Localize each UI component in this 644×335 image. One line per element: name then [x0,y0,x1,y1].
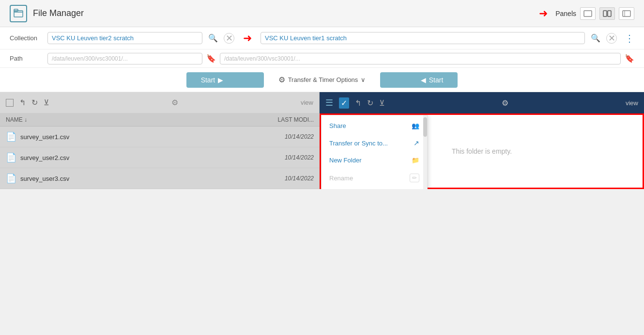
refresh-icon-right[interactable]: ↻ [367,98,373,108]
toolbars-row: ↰ ↻ ⊻ ⚙ view ☰ ✓ ↰ ↻ ⊻ ⚙ view [0,92,644,113]
file-name: survey_user1.csv [20,133,252,141]
filter-icon[interactable]: ⊻ [44,98,49,107]
share-label: Share [329,122,346,129]
collection-right-input[interactable] [261,32,585,44]
collection-right-menu[interactable]: ⋮ [625,32,634,44]
refresh-icon[interactable]: ↻ [31,98,38,107]
svg-rect-2 [584,11,592,16]
panels-label: Panels [555,10,576,17]
menu-scrollbar[interactable] [423,115,427,189]
col-name-header: NAME ↓ [6,116,256,123]
file-list-header: NAME ↓ LAST MODI... [0,113,320,127]
collection-label: Collection [10,34,44,42]
svg-rect-4 [608,11,611,16]
gear-icon-right[interactable]: ⚙ [502,98,508,108]
check-icon[interactable]: ✓ [339,97,349,109]
sliders-icon: ⚙ [278,75,285,84]
file-date: 10/14/2022 [256,154,314,161]
chevron-down-icon: ∨ [361,76,366,83]
transfer-label: Transfer or Sync to... [329,140,388,147]
view-label-left[interactable]: view [301,99,313,106]
rename-icon: ✏ [410,174,419,182]
menu-icon[interactable]: ☰ [325,97,333,108]
table-row[interactable]: 📄 survey_user1.csv 10/14/2022 [0,127,320,147]
single-panel-btn[interactable] [580,7,596,20]
transfer-row: Start ▶ ⚙ Transfer & Timer Options ∨ Sta… [0,68,644,92]
svg-rect-0 [14,11,23,17]
svg-rect-3 [603,11,607,16]
transfer-options-label: Transfer & Timer Options [288,76,358,83]
transfer-arrow: ➜ [243,32,252,45]
dual-panel-btn[interactable] [599,7,615,20]
start-left-label: Start [201,76,215,84]
file-icon: 📄 [6,131,16,142]
up-level-icon[interactable]: ↰ [19,98,26,107]
file-name: survey_user2.csv [20,154,252,161]
path-right-input[interactable] [220,53,621,64]
file-date: 10/14/2022 [256,175,314,182]
file-icon: 📄 [6,152,16,163]
path-label: Path [10,55,44,62]
collection-left-input[interactable] [47,32,202,44]
bookmark-left-icon[interactable]: 🔖 [206,54,216,63]
transfer-icon: ↗ [414,139,419,147]
table-row[interactable]: 📄 survey_user2.csv 10/14/2022 [0,147,320,168]
right-panel: Share 👥 Transfer or Sync to... ↗ New Fol… [320,113,644,189]
play-icon: ▶ [218,76,223,84]
file-icon: 📄 [6,173,16,184]
menu-item-delete: Delete Selected ✖ [322,187,427,189]
menu-item-transfer[interactable]: Transfer or Sync to... ↗ [322,134,427,152]
panels-controls: ➜ Panels [539,7,634,20]
wide-panel-btn[interactable] [619,7,634,20]
collection-right-close[interactable]: ✕ [606,33,617,44]
up-level-icon-right[interactable]: ↰ [355,98,361,108]
rename-label: Rename [329,175,353,182]
app-icon [10,5,27,22]
bookmark-right-icon[interactable]: 🔖 [625,54,634,63]
new-folder-label: New Folder [329,157,361,164]
svg-rect-5 [623,11,630,16]
filter-icon-right[interactable]: ⊻ [379,98,385,108]
menu-item-new-folder[interactable]: New Folder 📁 [322,152,427,169]
collection-right-search[interactable]: 🔍 [589,32,602,44]
start-left-btn[interactable]: Start ▶ [186,72,264,88]
col-modified-header: LAST MODI... [256,116,314,123]
app-header: File Manager ➜ Panels [0,0,644,27]
left-toolbar: ↰ ↻ ⊻ ⚙ view [0,92,320,113]
path-row: Path 🔖 🔖 [0,49,644,68]
right-toolbar: ☰ ✓ ↰ ↻ ⊻ ⚙ view [320,92,644,113]
gear-icon-left[interactable]: ⚙ [171,98,178,107]
collection-left-search[interactable]: 🔍 [206,32,220,44]
menu-item-rename: Rename ✏ [322,169,427,187]
new-folder-icon: 📁 [412,157,419,164]
collection-left-close[interactable]: ✕ [224,33,234,44]
table-row[interactable]: 📄 survey_user3.csv 10/14/2022 [0,168,320,189]
start-right-btn[interactable]: Start ◀ [380,72,458,88]
svg-rect-1 [14,9,18,11]
file-name: survey_user3.csv [20,175,252,182]
menu-item-share[interactable]: Share 👥 [322,117,427,134]
context-menu: Share 👥 Transfer or Sync to... ↗ New Fol… [321,115,428,189]
path-left-input[interactable] [47,53,202,64]
scrollbar-thumb [423,117,427,137]
arrow-icon: ➜ [539,7,548,20]
file-date: 10/14/2022 [256,133,314,140]
checkbox-icon[interactable] [6,99,14,107]
panels-content: NAME ↓ LAST MODI... 📄 survey_user1.csv 1… [0,113,644,189]
play-left-icon: ◀ [421,76,426,84]
start-right-label: Start [429,76,444,84]
transfer-options[interactable]: ⚙ Transfer & Timer Options ∨ [278,75,366,84]
app-title: File Manager [33,8,539,18]
left-panel: NAME ↓ LAST MODI... 📄 survey_user1.csv 1… [0,113,320,189]
empty-text: This folder is empty. [452,147,512,155]
share-icon: 👥 [412,122,419,129]
collection-row: Collection 🔍 ✕ ➜ 🔍 ✕ ⋮ [0,27,644,49]
view-label-right[interactable]: view [626,99,638,107]
